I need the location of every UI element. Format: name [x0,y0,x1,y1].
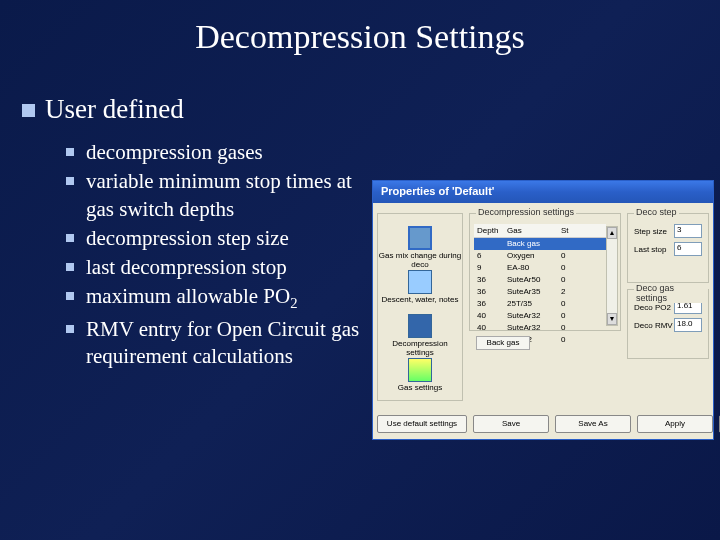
category-item[interactable]: Descent, water, notes [378,266,462,310]
sub-bullet-text: decompression step size [86,225,289,252]
descent-icon [408,270,432,294]
category-item[interactable]: Decompression settings [378,310,462,354]
stepsize-label: Step size [634,227,667,236]
table-row[interactable]: 9EA-800 [474,262,606,274]
dialog-titlebar[interactable]: Properties of 'Default' [373,181,713,203]
sub-bullet-text: variable minimum stop times at gas switc… [86,168,376,223]
col-st[interactable]: St [558,226,578,235]
decompression-icon [408,314,432,338]
table-header: Depth Gas St [474,224,606,238]
bullet-square-icon [22,104,35,117]
table-body[interactable]: Back gas6Oxygen09EA-80036SuteAr50036Sute… [474,238,606,346]
category-icon-list: Gas mix change during deco Descent, wate… [377,213,463,401]
category-label: Descent, water, notes [378,295,462,304]
groupbox-label: Decompression settings [476,207,576,217]
table-row[interactable]: 36SuteAr352 [474,286,606,298]
decostep-group: Deco step Step size 3 Last stop 6 [627,213,709,283]
gassettings-icon [408,358,432,382]
groupbox-label: Deco gas settings [634,283,708,303]
backgas-button[interactable]: Back gas [476,336,530,350]
laststop-label: Last stop [634,245,666,254]
table-row[interactable]: 3625T/350 [474,298,606,310]
groupbox-label: Deco step [634,207,679,217]
dialog-button-row: Use default settings Save Save As Apply … [377,415,720,433]
sub-bullet-text: last decompression stop [86,254,287,281]
sub-bullet-text: decompression gases [86,139,263,166]
col-gas[interactable]: Gas [504,226,558,235]
table-scrollbar[interactable]: ▲ ▼ [606,226,618,326]
table-row[interactable]: 6Oxygen0 [474,250,606,262]
category-label: Gas settings [378,383,462,392]
gassettings-group: Deco gas settings Deco PO2 1.61 Deco RMV… [627,289,709,359]
table-row[interactable]: 36SuteAr500 [474,274,606,286]
bullet-small-icon [66,234,74,242]
scroll-down-icon[interactable]: ▼ [607,313,617,325]
gasmix-icon [408,226,432,250]
apply-button[interactable]: Apply [637,415,713,433]
table-row[interactable]: 40SuteAr320 [474,322,606,334]
bullet-small-icon [66,325,74,333]
dialog-body: Gas mix change during deco Descent, wate… [373,203,713,439]
bullet-small-icon [66,177,74,185]
rmv-label: Deco RMV [634,321,673,330]
sub-bullet-text: RMV entry for Open Circuit gas requireme… [86,316,376,371]
scroll-up-icon[interactable]: ▲ [607,227,617,239]
gasmix-table-group: Decompression settings Depth Gas St Back… [469,213,621,331]
sub-bullet-text: maximum allowable PO2 [86,283,297,313]
slide-title: Decompression Settings [0,0,720,56]
table-row[interactable]: Back gas [474,238,606,250]
stepsize-input[interactable]: 3 [674,224,702,238]
properties-dialog: Properties of 'Default' Gas mix change d… [372,180,714,440]
use-default-button[interactable]: Use default settings [377,415,467,433]
laststop-input[interactable]: 6 [674,242,702,256]
sub-bullet-item: decompression gases [66,139,720,166]
main-bullet-text: User defined [45,94,184,125]
po2-label: Deco PO2 [634,303,671,312]
saveas-button[interactable]: Save As [555,415,631,433]
main-bullet: User defined [22,94,720,125]
category-item[interactable]: Gas mix change during deco [378,222,462,266]
col-depth[interactable]: Depth [474,226,504,235]
rmv-input[interactable]: 18.0 [674,318,702,332]
category-item[interactable]: Gas settings [378,354,462,398]
save-button[interactable]: Save [473,415,549,433]
bullet-small-icon [66,148,74,156]
bullet-small-icon [66,263,74,271]
table-row[interactable]: 40SuteAr320 [474,310,606,322]
bullet-small-icon [66,292,74,300]
